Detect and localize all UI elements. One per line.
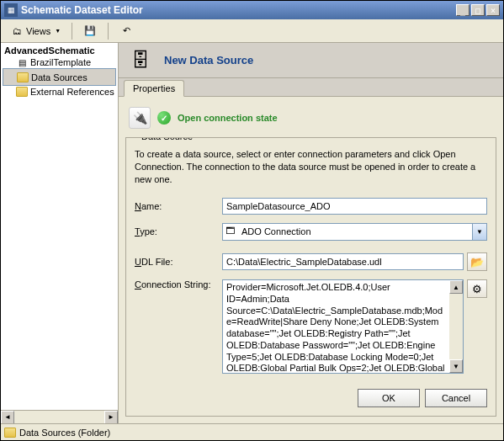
- tree-item-datasources[interactable]: Data Sources: [3, 68, 116, 86]
- folder-icon: [17, 72, 29, 82]
- tree-item-label: BrazilTemplate: [30, 57, 91, 67]
- ok-button[interactable]: OK: [358, 389, 420, 407]
- disconnect-button[interactable]: 🔌: [129, 107, 151, 129]
- tree-item-label: External References: [30, 87, 114, 97]
- folder-icon: [4, 428, 16, 438]
- scroll-up-icon[interactable]: ▲: [449, 280, 463, 294]
- tab-label: Properties: [133, 83, 175, 93]
- datasource-fieldset: Data Source To create a data source, sel…: [125, 137, 496, 417]
- connstring-textarea[interactable]: [223, 280, 449, 373]
- scroll-down-icon[interactable]: ▼: [449, 359, 463, 373]
- root-label: AdvancedSchematic: [4, 45, 95, 56]
- cancel-button[interactable]: Cancel: [425, 389, 487, 407]
- scroll-track[interactable]: [449, 294, 463, 359]
- datasource-icon: 🗄: [127, 47, 154, 74]
- name-label: Name:: [135, 201, 219, 211]
- close-button[interactable]: ×: [486, 4, 500, 16]
- build-connection-button[interactable]: ⚙: [467, 279, 487, 298]
- save-icon: 💾: [83, 24, 97, 38]
- folder-icon: [16, 87, 28, 97]
- maximize-button[interactable]: □: [471, 4, 485, 16]
- status-row: 🔌 ✓ Open connection state: [125, 104, 496, 132]
- tree[interactable]: AdvancedSchematic ▤ BrazilTemplate Data …: [1, 43, 118, 410]
- status-text: Open connection state: [178, 113, 278, 123]
- undo-icon: ↶: [119, 24, 133, 38]
- scroll-right-icon[interactable]: ►: [104, 411, 118, 424]
- views-button[interactable]: 🗂 Views ▼: [4, 22, 66, 40]
- statusbar-text: Data Sources (Folder): [19, 428, 110, 438]
- undo-button[interactable]: ↶: [114, 22, 139, 40]
- horizontal-scrollbar[interactable]: ◄ ►: [1, 410, 118, 423]
- disconnect-icon: 🔌: [133, 111, 147, 125]
- connstring-label: Connection String:: [135, 279, 219, 290]
- separator: [108, 23, 109, 40]
- tree-item-label: Data Sources: [31, 72, 88, 82]
- minimize-button[interactable]: _: [456, 4, 470, 16]
- app-icon: ▦: [4, 3, 18, 17]
- description: To create a data source, select or enter…: [135, 148, 487, 186]
- scroll-left-icon[interactable]: ◄: [1, 411, 14, 424]
- titlebar: ▦ Schematic Dataset Editor _ □ ×: [1, 1, 503, 19]
- udl-input[interactable]: [222, 253, 464, 270]
- tab-properties[interactable]: Properties: [124, 80, 184, 97]
- views-label: Views: [26, 26, 50, 36]
- views-icon: 🗂: [10, 24, 24, 38]
- save-button[interactable]: 💾: [77, 22, 103, 40]
- vertical-scrollbar[interactable]: ▲ ▼: [449, 280, 463, 373]
- page-title: New Data Source: [164, 54, 253, 66]
- content-header: 🗄 New Data Source: [119, 43, 503, 78]
- check-icon: ✓: [157, 111, 171, 125]
- type-select[interactable]: [222, 223, 487, 241]
- udl-label: UDL File:: [135, 257, 219, 267]
- type-label: Type:: [135, 226, 219, 236]
- name-input[interactable]: [222, 198, 487, 215]
- dropdown-icon: ▼: [55, 28, 61, 34]
- tree-item-braziltemplate[interactable]: ▤ BrazilTemplate: [3, 56, 116, 68]
- window-title: Schematic Dataset Editor: [21, 4, 456, 16]
- template-icon: ▤: [16, 57, 28, 67]
- build-icon: ⚙: [472, 283, 482, 295]
- fieldset-legend: Data Source: [138, 137, 196, 141]
- tree-item-externalreferences[interactable]: External References: [3, 86, 116, 98]
- statusbar: Data Sources (Folder): [1, 423, 503, 440]
- browse-button[interactable]: 📂: [467, 252, 487, 271]
- toolbar: 🗂 Views ▼ 💾 ↶: [1, 19, 503, 43]
- separator: [72, 23, 72, 40]
- browse-icon: 📂: [470, 256, 484, 268]
- tree-root[interactable]: AdvancedSchematic: [3, 45, 116, 56]
- tabs: Properties: [119, 78, 503, 97]
- sidebar: AdvancedSchematic ▤ BrazilTemplate Data …: [1, 43, 119, 423]
